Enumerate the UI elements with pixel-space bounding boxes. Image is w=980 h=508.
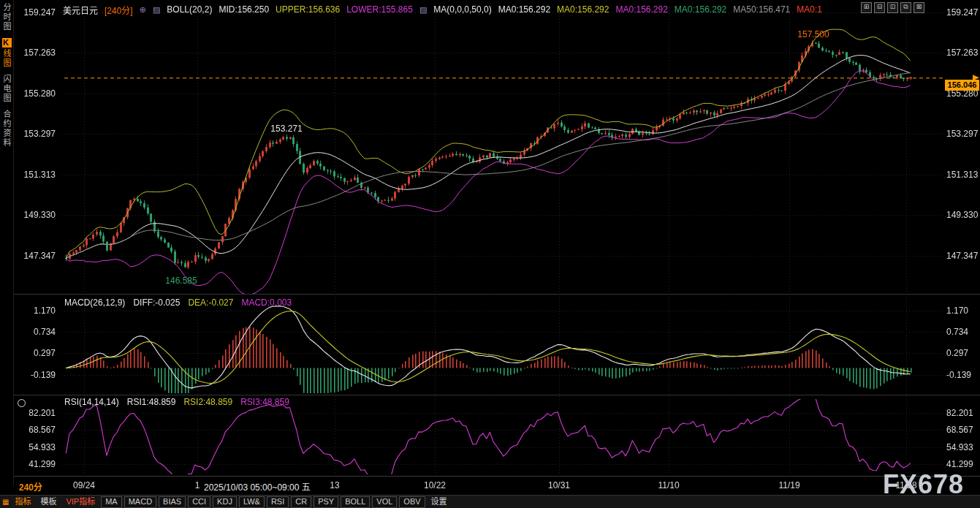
ma-legend-item-2: MA0:156.292 <box>615 4 667 15</box>
toolbar-tab-VIP指标[interactable]: VIP指标 <box>62 497 99 507</box>
ma-legend-item-0: MA0:156.292 <box>498 4 550 15</box>
x-tick-10/31: 10/31 <box>548 480 570 490</box>
window-layout-icon-0[interactable]: ⊞ <box>861 2 872 13</box>
window-layout-icon-2[interactable]: ⊡ <box>887 2 898 13</box>
toolbar-tab-KDJ[interactable]: KDJ <box>213 496 237 508</box>
rsi-collapse-icon[interactable] <box>18 399 26 407</box>
trading-chart-app: 美元日元 [240分] ⊕ ▨ BOLL(20,2) MID:156.250 U… <box>0 0 980 508</box>
x-tick-11/19: 11/19 <box>778 480 799 490</box>
x-tick-13: 13 <box>330 480 339 490</box>
rsi-legend: RSI(14,14,14) RSI1:48.859 RSI2:48.859 RS… <box>64 397 289 407</box>
macd-dea-value: DEA:-0.027 <box>188 297 233 308</box>
toolbar-tab-MACD[interactable]: MACD <box>124 496 156 508</box>
x-tick-11/10: 11/10 <box>658 480 679 490</box>
toolbar-tab-VOL[interactable]: VOL <box>372 496 397 508</box>
toolbar-tab-OBV[interactable]: OBV <box>399 496 425 508</box>
macd-diff-value: DIFF:-0.025 <box>133 297 180 308</box>
boll-label: BOLL(20,2) <box>167 4 212 15</box>
ma-legend-item-3: MA0:156.292 <box>675 4 726 15</box>
window-controls: ⊞⊟⊡⧉⊠ <box>861 2 924 13</box>
window-layout-icon-3[interactable]: ⧉ <box>900 2 911 13</box>
chart-type-sidebar: 分时图K线图闪电图合约资料 <box>0 0 14 485</box>
toolbar-tab-CR[interactable]: CR <box>291 496 311 508</box>
toolbar-tab-BOLL[interactable]: BOLL <box>341 496 370 508</box>
ma-indicator-icon[interactable]: ▨ <box>419 5 427 15</box>
period-tag: [240分] <box>105 4 133 16</box>
toolbar-tab-MA[interactable]: MA <box>101 496 122 508</box>
macd-legend: MACD(26,12,9) DIFF:-0.025 DEA:-0.027 MAC… <box>64 297 292 308</box>
indicator-toolbar: ▦ 指标模板VIP指标MAMACDBIASCCIKDJLW&RSICRPSYBO… <box>0 495 980 508</box>
ma-legend-values: MA0:156.292MA0:156.292MA0:156.292MA0:156… <box>498 4 822 15</box>
x-tick-09/24: 09/24 <box>73 480 95 490</box>
boll-lower-value: LOWER:155.865 <box>346 4 413 15</box>
sidebar-tab-K线图[interactable]: K线图 <box>1 38 12 68</box>
window-layout-icon-4[interactable]: ⊠ <box>913 2 924 13</box>
toolbar-tab-RSI[interactable]: RSI <box>267 496 289 508</box>
last-price-tag: 156.046 <box>945 80 979 91</box>
macd-name: MACD(26,12,9) <box>64 297 125 308</box>
chart-legend-bar: 美元日元 [240分] ⊕ ▨ BOLL(20,2) MID:156.250 U… <box>63 2 822 17</box>
toolbar-tab-PSY[interactable]: PSY <box>314 496 338 508</box>
sidebar-tab-闪电图[interactable]: 闪电图 <box>1 75 12 103</box>
rsi1-value: RSI1:48.859 <box>127 397 176 407</box>
rsi-name: RSI(14,14,14) <box>64 397 119 407</box>
toolbar-tab-设置[interactable]: 设置 <box>428 497 451 507</box>
boll-indicator-icon[interactable]: ▨ <box>153 5 160 15</box>
sidebar-tab-合约资料[interactable]: 合约资料 <box>1 110 12 148</box>
chart-canvas[interactable] <box>0 0 980 508</box>
boll-mid-value: MID:156.250 <box>219 4 269 15</box>
rsi2-value: RSI2:48.859 <box>183 397 232 407</box>
toolbar-tab-CCI[interactable]: CCI <box>188 496 210 508</box>
ma-legend-item-4: MA50:156.471 <box>733 4 790 15</box>
x-tick-10/22: 10/22 <box>424 480 446 490</box>
link-icon[interactable]: ⊕ <box>140 5 146 15</box>
toolbar-tab-BIAS[interactable]: BIAS <box>159 496 186 508</box>
rsi3-value: RSI3:48.859 <box>240 397 289 407</box>
hover-date-info: 2025/10/03 05:00~09:00 五 <box>202 480 312 493</box>
period-label[interactable]: 240分 <box>19 480 42 493</box>
toolbar-tab-指标[interactable]: 指标 <box>11 497 34 507</box>
macd-value: MACD:0.003 <box>241 297 292 308</box>
sidebar-tab-分时图[interactable]: 分时图 <box>1 3 12 31</box>
toolbar-tab-模板[interactable]: 模板 <box>37 497 60 507</box>
boll-upper-value: UPPER:156.636 <box>276 4 340 15</box>
indicator-grid-icon: ▦ <box>2 498 9 506</box>
ma-label: MA(0,0,0,50,0) <box>433 4 491 15</box>
toolbar-tab-LW&[interactable]: LW& <box>239 496 265 508</box>
symbol-name: 美元日元 <box>63 4 98 16</box>
ma-legend-item-1: MA0:156.292 <box>557 4 609 15</box>
window-layout-icon-1[interactable]: ⊟ <box>874 2 885 13</box>
ma-legend-item-5: MA0:1 <box>797 4 822 15</box>
x-axis: 240分 2025/10/03 05:00~09:00 五 09/2411310… <box>0 477 980 496</box>
x-tick-1: 1 <box>195 480 200 490</box>
